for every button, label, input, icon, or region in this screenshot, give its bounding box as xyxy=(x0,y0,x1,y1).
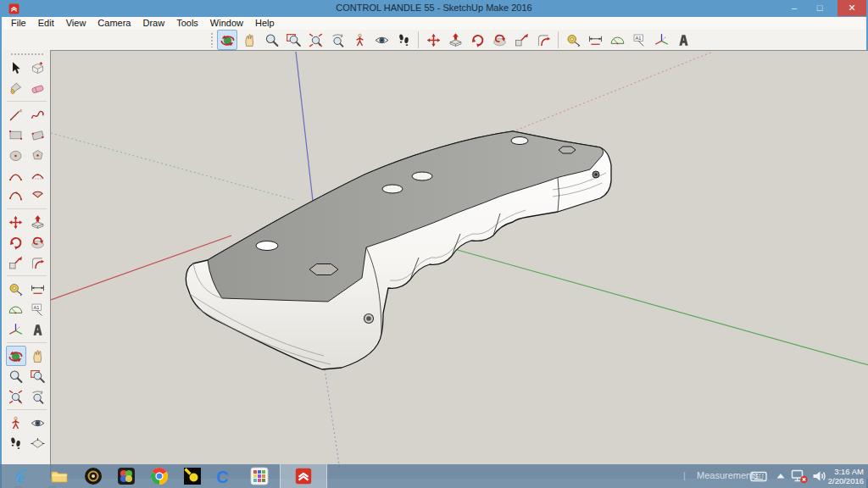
zoom-previous-tool-button[interactable] xyxy=(28,386,48,407)
sketchup-taskbar-button[interactable] xyxy=(280,464,327,488)
pan-tool-button[interactable] xyxy=(239,30,259,50)
offset-tool-button[interactable] xyxy=(28,252,48,273)
tape-measure-tool-button[interactable] xyxy=(563,30,583,50)
pan-icon xyxy=(30,348,46,364)
c-browser-taskbar-button[interactable]: C xyxy=(214,466,234,486)
menu-tools[interactable]: Tools xyxy=(172,17,203,29)
move-icon xyxy=(8,214,24,230)
internet-explorer-taskbar-button[interactable]: e xyxy=(14,466,34,486)
zoom-window-tool-button[interactable] xyxy=(283,30,303,50)
zoom-extents-tool-button[interactable] xyxy=(6,386,26,407)
rectangle-tool-button[interactable] xyxy=(6,125,26,145)
push-pull-tool-button[interactable] xyxy=(445,30,465,50)
polygon-tool-button[interactable] xyxy=(28,145,48,165)
palette-grip[interactable] xyxy=(10,53,44,56)
zoom-extents-icon xyxy=(308,32,324,48)
axes-tool-button[interactable] xyxy=(651,30,671,50)
zoom-previous-tool-button[interactable] xyxy=(327,30,348,50)
menu-edit[interactable]: Edit xyxy=(34,17,58,29)
photo-viewer-taskbar-button[interactable] xyxy=(116,466,136,486)
menu-view[interactable]: View xyxy=(62,17,91,29)
pie-tool-button[interactable] xyxy=(28,186,48,206)
menu-camera[interactable]: Camera xyxy=(93,17,135,29)
dimension-tool-button[interactable] xyxy=(28,279,48,299)
model-canvas[interactable] xyxy=(50,50,868,479)
position-camera-tool-button[interactable] xyxy=(6,413,26,433)
3-point-arc-tool-button[interactable] xyxy=(6,186,26,206)
push-pull-tool-button[interactable] xyxy=(28,212,48,232)
zoom-window-tool-button[interactable] xyxy=(28,366,48,386)
select-tool-button[interactable] xyxy=(6,58,26,78)
follow-me-tool-button[interactable] xyxy=(489,30,509,50)
chrome-taskbar-button[interactable] xyxy=(149,466,170,486)
axes-icon xyxy=(8,322,24,338)
orbit-tool-button[interactable] xyxy=(6,346,26,366)
rotate-tool-button[interactable] xyxy=(467,30,487,50)
section-plane-icon xyxy=(30,435,46,452)
move-tool-button[interactable] xyxy=(423,30,443,50)
rotated-rectangle-icon xyxy=(30,127,46,143)
menu-file[interactable]: File xyxy=(7,17,31,29)
keyboard-tray-icon[interactable] xyxy=(749,467,768,485)
zoom-extents-tool-button[interactable] xyxy=(305,30,326,50)
scale-tool-button[interactable] xyxy=(511,30,531,50)
menu-draw[interactable]: Draw xyxy=(138,17,169,29)
look-around-tool-button[interactable] xyxy=(28,413,48,433)
line-tool-button[interactable] xyxy=(6,104,26,125)
comet-app-taskbar-button[interactable] xyxy=(182,466,203,486)
eraser-icon xyxy=(30,80,46,97)
toolbar-grip[interactable] xyxy=(210,32,214,47)
zoom-window-icon xyxy=(286,32,302,48)
protractor-tool-button[interactable] xyxy=(607,30,627,50)
look-around-tool-button[interactable] xyxy=(371,30,392,50)
rotated-rectangle-tool-button[interactable] xyxy=(28,125,48,145)
position-camera-tool-button[interactable] xyxy=(349,30,370,50)
move-tool-button[interactable] xyxy=(6,212,26,232)
tape-measure-icon xyxy=(565,32,581,48)
eraser-tool-button[interactable] xyxy=(28,78,48,98)
maximize-button[interactable]: □ xyxy=(809,0,831,16)
section-plane-tool-button[interactable] xyxy=(28,433,48,453)
arc-tool-button[interactable] xyxy=(6,165,26,186)
scale-icon xyxy=(8,255,24,271)
paint-bucket-tool-button[interactable] xyxy=(6,78,26,98)
file-explorer-taskbar-button[interactable] xyxy=(49,466,70,486)
offset-tool-button[interactable] xyxy=(533,30,554,50)
network-error-tray-icon[interactable] xyxy=(790,467,809,485)
protractor-tool-button[interactable] xyxy=(6,299,26,319)
make-component-tool-button[interactable] xyxy=(28,58,48,78)
axes-tool-button[interactable] xyxy=(6,319,26,340)
close-button[interactable]: ✕ xyxy=(837,0,866,16)
text-tool-button[interactable]: A1 xyxy=(28,299,48,319)
dimension-tool-button[interactable] xyxy=(585,30,605,50)
2-point-arc-tool-button[interactable] xyxy=(28,165,48,186)
circle-tool-button[interactable] xyxy=(6,145,26,165)
minimize-button[interactable]: – xyxy=(783,0,805,16)
green-axis xyxy=(454,249,868,365)
taskbar-clock[interactable]: 3:16 AM 2/20/2016 xyxy=(828,467,864,485)
volume-tray-icon[interactable] xyxy=(810,467,829,485)
pan-tool-button[interactable] xyxy=(28,346,48,366)
walk-tool-button[interactable] xyxy=(393,30,414,50)
tape-measure-tool-button[interactable] xyxy=(6,279,26,299)
3d-text-tool-button[interactable] xyxy=(28,319,48,340)
large-tool-set: A1 xyxy=(3,50,50,479)
show-hidden-tray-icon[interactable] xyxy=(771,467,790,485)
media-player-taskbar-button[interactable] xyxy=(83,466,103,486)
sketchup-icon xyxy=(294,467,313,485)
menu-window[interactable]: Window xyxy=(206,17,248,29)
orbit-tool-button[interactable] xyxy=(217,30,237,50)
menu-help[interactable]: Help xyxy=(251,17,279,29)
freehand-tool-button[interactable] xyxy=(28,104,48,125)
internet-explorer-icon: e xyxy=(14,466,34,486)
scale-tool-button[interactable] xyxy=(6,252,26,273)
walk-tool-button[interactable] xyxy=(6,433,26,453)
app-grid-taskbar-button[interactable] xyxy=(249,466,270,486)
zoom-tool-button[interactable] xyxy=(6,366,26,386)
follow-me-tool-button[interactable] xyxy=(28,232,48,252)
text-tool-button[interactable]: A1 xyxy=(629,30,649,50)
polygon-icon xyxy=(30,147,46,164)
zoom-tool-button[interactable] xyxy=(261,30,281,50)
3d-text-tool-button[interactable] xyxy=(673,30,693,50)
rotate-tool-button[interactable] xyxy=(6,232,26,252)
